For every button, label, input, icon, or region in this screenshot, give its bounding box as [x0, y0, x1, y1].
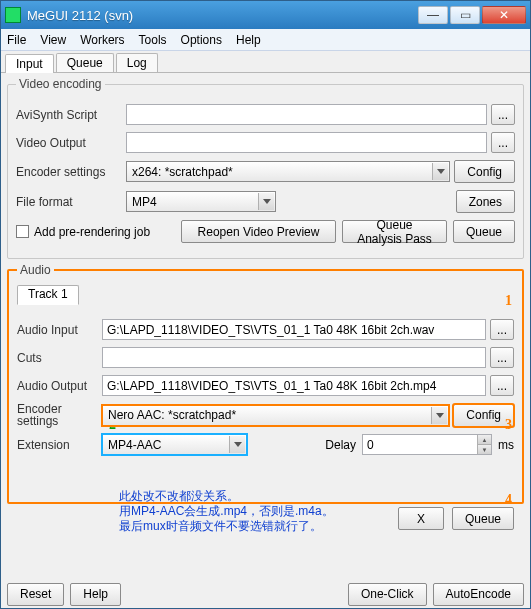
autoencode-button[interactable]: AutoEncode [433, 583, 524, 606]
ms-label: ms [498, 438, 514, 452]
note-text: 此处改不改都没关系。 用MP4-AAC会生成.mp4，否则是.m4a。 最后mu… [119, 489, 334, 534]
delay-stepper[interactable]: ▲▼ [477, 435, 491, 454]
svg-marker-1 [263, 199, 271, 204]
prerender-checkbox[interactable]: Add pre-rendering job [16, 225, 181, 239]
menu-bar: File View Workers Tools Options Help [1, 29, 530, 51]
reset-button[interactable]: Reset [7, 583, 64, 606]
app-icon [5, 7, 21, 23]
help-button[interactable]: Help [70, 583, 121, 606]
chevron-down-icon [432, 163, 448, 180]
audio-queue-button[interactable]: Queue [452, 507, 514, 530]
minimize-button[interactable]: — [418, 6, 448, 24]
avisynth-label: AviSynth Script [16, 108, 126, 122]
delay-input[interactable] [362, 434, 492, 455]
audio-input-field[interactable] [102, 319, 486, 340]
menu-tools[interactable]: Tools [139, 33, 167, 47]
audio-config-button[interactable]: Config [453, 404, 514, 427]
maximize-button[interactable]: ▭ [450, 6, 480, 24]
audio-input-label: Audio Input [17, 323, 102, 337]
audio-output-browse-button[interactable]: ... [490, 375, 514, 396]
cuts-browse-button[interactable]: ... [490, 347, 514, 368]
audio-encoder-label: Encoder settings [17, 403, 102, 427]
video-output-input[interactable] [126, 132, 487, 153]
video-encoder-value: x264: *scratchpad* [132, 165, 233, 179]
menu-file[interactable]: File [7, 33, 26, 47]
annotation-4: 4 [505, 492, 512, 508]
zones-button[interactable]: Zones [456, 190, 515, 213]
video-config-button[interactable]: Config [454, 160, 515, 183]
audio-group: Audio Track 1 1 Audio Input ... Cuts ...… [7, 263, 524, 504]
audio-encoder-value: Nero AAC: *scratchpad* [108, 408, 236, 422]
audio-output-field[interactable] [102, 375, 486, 396]
tab-queue[interactable]: Queue [56, 53, 114, 72]
audio-legend: Audio [17, 263, 54, 277]
prerender-label: Add pre-rendering job [34, 225, 150, 239]
audio-encoder-select[interactable]: Nero AAC: *scratchpad* [102, 405, 449, 426]
queue-analysis-button[interactable]: Queue Analysis Pass [342, 220, 447, 243]
tab-input[interactable]: Input [5, 54, 54, 73]
delay-label: Delay [325, 438, 356, 452]
extension-label: Extension [17, 438, 102, 452]
video-encoder-label: Encoder settings [16, 165, 126, 179]
tab-log[interactable]: Log [116, 53, 158, 72]
video-output-browse-button[interactable]: ... [491, 132, 515, 153]
reopen-preview-button[interactable]: Reopen Video Preview [181, 220, 336, 243]
titlebar: MeGUI 2112 (svn) — ▭ ✕ [1, 1, 530, 29]
fileformat-select[interactable]: MP4 [126, 191, 276, 212]
video-encoder-select[interactable]: x264: *scratchpad* [126, 161, 450, 182]
menu-help[interactable]: Help [236, 33, 261, 47]
close-button[interactable]: ✕ [482, 6, 526, 24]
avisynth-browse-button[interactable]: ... [491, 104, 515, 125]
svg-marker-3 [234, 442, 242, 447]
video-legend: Video encoding [16, 77, 105, 91]
cuts-label: Cuts [17, 351, 102, 365]
checkbox-box-icon [16, 225, 29, 238]
menu-options[interactable]: Options [181, 33, 222, 47]
tab-track1[interactable]: Track 1 [17, 285, 79, 305]
video-group: Video encoding AviSynth Script ... Video… [7, 77, 524, 259]
audio-input-browse-button[interactable]: ... [490, 319, 514, 340]
extension-value: MP4-AAC [108, 438, 161, 452]
menu-workers[interactable]: Workers [80, 33, 124, 47]
video-queue-button[interactable]: Queue [453, 220, 515, 243]
svg-marker-0 [437, 169, 445, 174]
video-output-label: Video Output [16, 136, 126, 150]
avisynth-input[interactable] [126, 104, 487, 125]
bottom-bar: Reset Help One-Click AutoEncode [1, 580, 530, 608]
fileformat-value: MP4 [132, 195, 157, 209]
cuts-input[interactable] [102, 347, 486, 368]
chevron-down-icon [229, 436, 245, 453]
fileformat-label: File format [16, 195, 126, 209]
extension-select[interactable]: MP4-AAC [102, 434, 247, 455]
svg-marker-2 [436, 413, 444, 418]
audio-output-label: Audio Output [17, 379, 102, 393]
main-tabs: Input Queue Log [1, 51, 530, 73]
oneclick-button[interactable]: One-Click [348, 583, 427, 606]
window-title: MeGUI 2112 (svn) [27, 8, 418, 23]
menu-view[interactable]: View [40, 33, 66, 47]
chevron-down-icon [431, 407, 447, 424]
x-button[interactable]: X [398, 507, 444, 530]
chevron-down-icon [258, 193, 274, 210]
